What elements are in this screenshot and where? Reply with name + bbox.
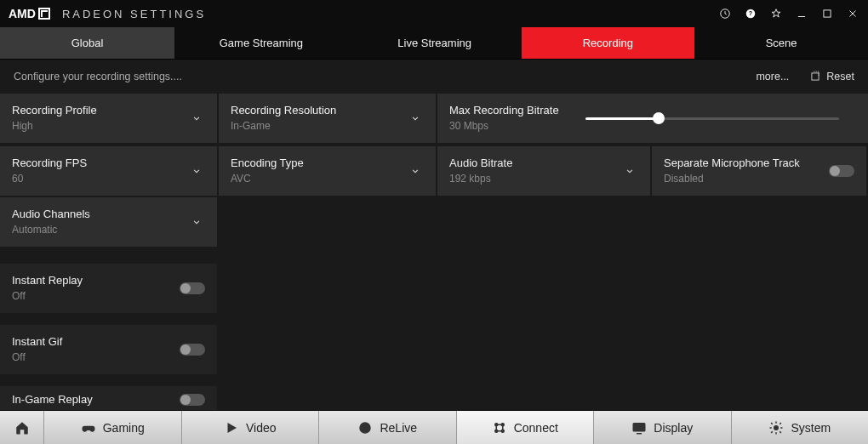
nav-home[interactable] [0, 411, 44, 444]
connect-icon [492, 420, 507, 435]
toggle-switch[interactable] [180, 344, 205, 356]
recording-fps-dropdown[interactable]: Recording FPS 60 [0, 146, 217, 196]
display-icon [631, 420, 647, 435]
home-icon [14, 420, 30, 435]
svg-rect-14 [634, 423, 646, 430]
tab-recording[interactable]: Recording [522, 27, 695, 59]
app-title: RADEON SETTINGS [62, 8, 206, 20]
instant-replay-toggle[interactable]: Instant Replay Off [0, 264, 217, 313]
max-bitrate-slider[interactable]: Max Recording Bitrate 30 Mbps [437, 94, 868, 143]
tab-game-streaming[interactable]: Game Streaming [174, 27, 348, 59]
titlebar: AMD RADEON SETTINGS ? [0, 0, 868, 27]
nav-connect[interactable]: Connect [457, 411, 595, 444]
chevron-down-icon [188, 165, 205, 177]
nav-display[interactable]: Display [594, 411, 732, 444]
subheader-text: Configure your recording settings.... [14, 71, 182, 83]
recording-profile-dropdown[interactable]: Recording Profile High [0, 94, 217, 143]
subheader: Configure your recording settings.... mo… [0, 60, 868, 94]
svg-rect-4 [824, 10, 831, 17]
update-icon[interactable] [718, 7, 732, 20]
settings-area: Recording Profile High Recording Resolut… [0, 94, 868, 410]
svg-rect-7 [812, 73, 819, 80]
minimize-icon[interactable] [795, 7, 808, 20]
close-icon[interactable] [846, 7, 859, 20]
audio-bitrate-dropdown[interactable]: Audio Bitrate 192 kbps [437, 146, 650, 196]
toggle-switch[interactable] [829, 165, 854, 177]
nav-gaming[interactable]: Gaming [44, 411, 182, 444]
encoding-type-dropdown[interactable]: Encoding Type AVC [219, 146, 436, 196]
amd-logo: AMD [9, 7, 50, 20]
gamepad-icon [81, 420, 96, 435]
chevron-down-icon [621, 165, 638, 177]
play-icon [224, 420, 239, 435]
more-link[interactable]: more... [756, 71, 789, 83]
svg-point-9 [363, 425, 368, 430]
star-icon[interactable] [769, 7, 783, 20]
nav-system[interactable]: System [732, 411, 869, 444]
relive-icon [357, 420, 373, 435]
chevron-down-icon [188, 112, 205, 124]
chevron-down-icon [188, 216, 205, 228]
nav-video[interactable]: Video [182, 411, 320, 444]
audio-channels-dropdown[interactable]: Audio Channels Automatic [0, 197, 217, 247]
help-icon[interactable]: ? [744, 7, 757, 20]
chevron-down-icon [407, 112, 424, 124]
reset-icon [809, 71, 821, 83]
svg-text:?: ? [749, 10, 752, 16]
top-tabs: Global Game Streaming Live Streaming Rec… [0, 27, 868, 60]
chevron-down-icon [407, 165, 424, 177]
nav-relive[interactable]: ReLive [319, 411, 457, 444]
instant-gif-toggle[interactable]: Instant Gif Off [0, 325, 217, 374]
toggle-switch[interactable] [180, 394, 205, 406]
tab-live-streaming[interactable]: Live Streaming [348, 27, 522, 59]
toggle-switch[interactable] [180, 282, 205, 294]
tab-global[interactable]: Global [0, 27, 174, 59]
svg-point-16 [774, 425, 779, 430]
system-icon [768, 420, 784, 435]
ingame-replay-toggle[interactable]: In-Game Replay [0, 386, 217, 410]
recording-resolution-dropdown[interactable]: Recording Resolution In-Game [219, 94, 436, 143]
maximize-icon[interactable] [820, 7, 834, 20]
separate-mic-toggle[interactable]: Separate Microphone Track Disabled [652, 146, 866, 196]
reset-button[interactable]: Reset [809, 71, 854, 83]
tab-scene[interactable]: Scene [694, 27, 868, 59]
bottom-nav: Gaming Video ReLive Connect Display Syst… [0, 410, 868, 444]
